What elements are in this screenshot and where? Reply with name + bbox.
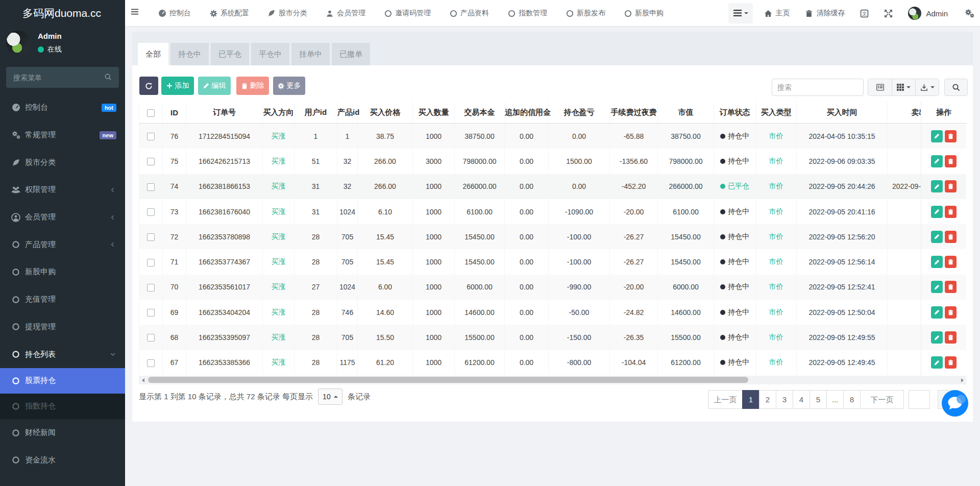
row-edit-button[interactable]	[931, 155, 943, 167]
row-edit-button[interactable]	[931, 306, 943, 319]
pagination-page[interactable]: 4	[793, 390, 810, 409]
menu-toggle-button[interactable]	[728, 3, 753, 23]
tab-cancelled[interactable]: 已撤单	[332, 43, 370, 65]
sidebar-item-permission[interactable]: 权限管理	[0, 176, 125, 204]
tab-closing[interactable]: 平仓中	[251, 43, 289, 65]
row-delete-button[interactable]	[945, 206, 957, 218]
sidebar-item-withdraw[interactable]: 提现管理	[0, 313, 125, 341]
topbar-avatar[interactable]	[908, 7, 921, 20]
topbar-username[interactable]: Admin	[926, 9, 948, 18]
row-edit-button[interactable]	[931, 256, 943, 268]
add-button[interactable]: 添加	[161, 77, 194, 95]
tab-holding[interactable]: 持仓中	[170, 43, 209, 65]
sidebar-item-dashboard[interactable]: 控制台 hot	[0, 94, 125, 121]
scroll-left-arrow[interactable]	[139, 376, 147, 384]
topnav-market-category[interactable]: 股市分类	[267, 9, 307, 18]
horizontal-scrollbar[interactable]	[139, 376, 966, 384]
col-credit[interactable]: 追加的信用金	[505, 102, 549, 124]
language-icon[interactable]: 文	[860, 9, 869, 18]
page-size-select[interactable]: 10	[318, 388, 342, 405]
sidebar-item-fund-flow[interactable]: 资金流水	[0, 447, 125, 474]
row-delete-button[interactable]	[945, 281, 957, 293]
scroll-right-arrow[interactable]	[958, 376, 966, 384]
row-checkbox[interactable]	[147, 284, 155, 291]
sidebar-item-position-list[interactable]: 持仓列表	[0, 341, 125, 368]
col-buy-time[interactable]: 买入时间	[797, 102, 888, 124]
col-profit[interactable]: 持仓盈亏	[549, 102, 610, 124]
col-buy-price[interactable]: 买入价格	[358, 102, 413, 124]
search-button[interactable]	[944, 79, 968, 96]
row-edit-button[interactable]	[931, 356, 943, 369]
row-edit-button[interactable]	[931, 180, 943, 192]
topnav-ipo-publish[interactable]: 新股发布	[566, 9, 605, 18]
row-delete-button[interactable]	[945, 180, 957, 192]
sidebar-item-ipo[interactable]: 新股申购	[0, 258, 125, 286]
topnav-member[interactable]: 会员管理	[326, 9, 365, 18]
col-user-id[interactable]: 用户id	[295, 102, 337, 124]
col-direction[interactable]: 买入方向	[263, 102, 295, 124]
row-checkbox[interactable]	[147, 259, 155, 266]
tab-pending[interactable]: 挂单中	[291, 43, 330, 65]
row-checkbox[interactable]	[147, 233, 155, 241]
col-market-value[interactable]: 市值	[658, 102, 714, 124]
chat-widget[interactable]	[942, 390, 968, 417]
table-search-input[interactable]	[772, 79, 863, 95]
pagination-page[interactable]: 1	[742, 390, 760, 409]
topnav-index-manage[interactable]: 指数管理	[507, 9, 547, 18]
tab-closed[interactable]: 已平仓	[211, 43, 249, 65]
fullscreen-icon[interactable]	[884, 9, 893, 18]
pagination-page[interactable]: ...	[826, 390, 844, 409]
select-all-checkbox[interactable]	[147, 109, 155, 117]
topnav-ipo-subscribe[interactable]: 新股申购	[624, 9, 664, 18]
row-edit-button[interactable]	[931, 130, 943, 142]
sidebar-item-recharge[interactable]: 充值管理	[0, 286, 125, 313]
topnav-invite-code[interactable]: 邀请码管理	[384, 9, 431, 18]
topnav-product-info[interactable]: 产品资料	[449, 9, 489, 18]
row-delete-button[interactable]	[945, 256, 957, 268]
row-checkbox[interactable]	[147, 359, 155, 367]
pagination-page[interactable]: 3	[776, 390, 793, 409]
delete-button[interactable]: 删除	[236, 77, 269, 95]
scrollbar-thumb[interactable]	[148, 377, 748, 383]
row-delete-button[interactable]	[945, 356, 957, 369]
col-buy-type[interactable]: 买入类型	[756, 102, 797, 124]
settings-gears-icon[interactable]	[965, 9, 974, 18]
clear-cache-link[interactable]: 清除缓存	[805, 9, 845, 18]
topnav-dashboard[interactable]: 控制台	[158, 9, 191, 18]
row-checkbox[interactable]	[147, 133, 155, 140]
export-button[interactable]	[915, 79, 939, 95]
row-edit-button[interactable]	[931, 206, 943, 218]
row-edit-button[interactable]	[931, 281, 943, 293]
row-checkbox[interactable]	[147, 183, 155, 191]
edit-button[interactable]: 编辑	[198, 77, 231, 95]
col-product-id[interactable]: 产品id	[337, 102, 358, 124]
page-jump-input[interactable]	[909, 390, 930, 409]
home-link[interactable]: 主页	[764, 9, 790, 18]
row-delete-button[interactable]	[945, 130, 957, 142]
row-delete-button[interactable]	[945, 155, 957, 167]
columns-button[interactable]	[892, 79, 915, 95]
row-checkbox[interactable]	[147, 208, 155, 216]
topnav-system-config[interactable]: 系统配置	[209, 9, 249, 18]
sidebar-item-product[interactable]: 产品管理	[0, 231, 125, 258]
sidebar-search-input[interactable]	[13, 67, 100, 88]
sidebar-item-market-category[interactable]: 股市分类	[0, 149, 125, 176]
row-delete-button[interactable]	[945, 306, 957, 319]
row-checkbox[interactable]	[147, 158, 155, 165]
sidebar-item-finance-news[interactable]: 财经新闻	[0, 419, 125, 447]
row-delete-button[interactable]	[945, 231, 957, 243]
tab-all[interactable]: 全部	[138, 43, 168, 65]
row-checkbox[interactable]	[147, 309, 155, 317]
pagination-page[interactable]: 5	[810, 390, 827, 409]
sidebar-item-member[interactable]: 会员管理	[0, 204, 125, 231]
col-buy-qty[interactable]: 买入数量	[413, 102, 455, 124]
col-status[interactable]: 订单状态	[714, 102, 756, 124]
sidebar-item-stock-position[interactable]: 股票持仓	[0, 368, 125, 394]
pagination-next[interactable]: 下一页	[860, 390, 904, 409]
row-edit-button[interactable]	[931, 331, 943, 344]
more-button[interactable]: 更多	[273, 77, 305, 95]
row-checkbox[interactable]	[147, 334, 155, 342]
col-principal[interactable]: 交易本金	[455, 102, 505, 124]
col-id[interactable]: ID	[163, 102, 186, 124]
row-edit-button[interactable]	[931, 231, 943, 243]
